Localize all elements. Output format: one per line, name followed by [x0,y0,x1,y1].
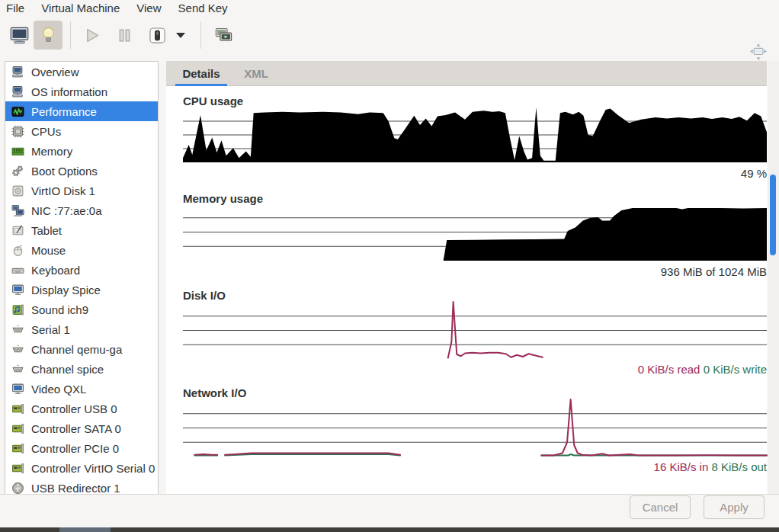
tab-bar: Details XML [166,61,767,86]
pause-icon [114,25,135,46]
sidebar-item-memory[interactable]: Memory [5,141,158,161]
tablet-icon [11,224,24,237]
sidebar-item-performance[interactable]: Performance [5,101,158,121]
network-icon [11,204,24,217]
usb-icon [11,482,24,495]
sidebar-item-label: Controller PCIe 0 [31,442,119,455]
tab-xml[interactable]: XML [239,61,273,86]
sidebar-item-mouse[interactable]: Mouse [5,240,158,260]
sidebar-item-label: Mouse [31,244,66,257]
sidebar-item-overview[interactable]: Overview [5,62,158,82]
apply-button[interactable]: Apply [704,495,765,519]
disk-io-chart [183,302,767,359]
disk-read-value: 0 KiB/s read [638,363,700,376]
pci-card-icon [11,462,24,475]
sidebar-item-cpus[interactable]: CPUs [5,121,158,141]
cpu-icon [11,125,24,138]
dual-display-icon [213,25,234,46]
menu-virtual-machine[interactable]: Virtual Machine [33,0,128,17]
sidebar-item-controller-virtio-serial[interactable]: Controller VirtIO Serial 0 [5,458,158,478]
sidebar-item-channel-qemu-ga[interactable]: Channel qemu-ga [5,339,158,359]
sidebar-item-label: VirtIO Disk 1 [31,184,95,197]
display-icon [11,284,24,296]
sidebar-item-usb-redirector[interactable]: USB Redirector 1 [5,478,158,495]
sidebar-item-label: OS information [31,85,107,98]
sidebar-item-os-information[interactable]: OS information [5,82,158,101]
sidebar-item-label: Controller USB 0 [31,402,117,415]
console-button[interactable] [5,21,34,50]
tab-details[interactable]: Details [174,61,229,86]
shutdown-menu-button[interactable] [172,21,190,50]
sidebar-item-label: Channel spice [31,363,104,376]
sidebar-item-label: Channel qemu-ga [31,343,122,356]
menu-send-key[interactable]: Send Key [170,0,236,17]
hardware-list: Overview OS information Performance CPUs… [5,61,159,495]
shutdown-button[interactable] [143,21,172,50]
toolbar-separator [200,21,201,49]
run-play-icon [82,25,102,46]
menu-bar: File Virtual Machine View Send Key [0,0,779,17]
display-icon [11,383,24,396]
sidebar-item-nic[interactable]: NIC :77:ae:0a [5,200,158,220]
scrollbar-thumb[interactable] [770,175,776,255]
network-io-title: Network I/O [183,386,246,399]
sound-card-icon [11,303,24,316]
shutdown-menu-arrow-icon [176,33,185,38]
sidebar-item-serial[interactable]: Serial 1 [5,319,158,339]
sidebar-item-sound[interactable]: Sound ich9 [5,300,158,319]
computer-icon [11,66,24,79]
disk-io-value: 0 KiB/s read 0 KiB/s write [183,363,767,376]
computer-icon [11,85,24,98]
disk-icon [11,184,24,197]
sidebar-item-label: Boot Options [31,165,98,178]
keyboard-icon [11,264,24,277]
sidebar-item-label: NIC :77:ae:0a [31,204,102,217]
serial-port-icon [11,363,24,376]
network-out-value: 8 KiB/s out [711,460,767,473]
console-monitor-icon [9,25,30,46]
sidebar-item-video-qxl[interactable]: Video QXL [5,379,158,399]
sidebar-item-keyboard[interactable]: Keyboard [5,260,158,280]
disk-io-title: Disk I/O [183,289,226,302]
memory-usage-chart [183,204,767,261]
sidebar-item-label: Display Spice [31,284,101,296]
lightbulb-details-icon [38,25,59,46]
sidebar-item-label: CPUs [31,125,61,138]
cpu-usage-value: 49 % [183,167,767,180]
toolbar [0,17,779,53]
display-console-button[interactable] [209,21,238,50]
sidebar-item-virtio-disk[interactable]: VirtIO Disk 1 [5,181,158,200]
details-pane: Details XML CPU usage 49 % Memory usage … [166,61,767,494]
sidebar-item-label: Controller SATA 0 [31,422,121,435]
cancel-button[interactable]: Cancel [630,495,691,519]
menu-view[interactable]: View [128,0,169,17]
sidebar-item-boot-options[interactable]: Boot Options [5,161,158,181]
pci-card-icon [11,402,24,415]
sidebar-item-label: Tablet [31,224,62,237]
serial-port-icon [11,323,24,336]
pause-button[interactable] [110,21,139,50]
cpu-usage-title: CPU usage [183,95,243,107]
network-io-chart [183,399,767,457]
window-bottom-edge-highlight [59,527,111,532]
sidebar-item-label: Overview [31,66,79,79]
virt-manager-window: File Virtual Machine View Send Key [0,0,779,532]
sidebar-item-label: Video QXL [31,383,86,396]
sidebar-item-label: Controller VirtIO Serial 0 [31,462,155,475]
sidebar-item-label: Keyboard [31,264,80,277]
sidebar-item-label: Serial 1 [31,323,70,336]
sidebar-item-controller-usb[interactable]: Controller USB 0 [5,399,158,418]
sidebar-item-channel-spice[interactable]: Channel spice [5,359,158,379]
run-button[interactable] [77,21,106,50]
show-details-button[interactable] [34,21,63,50]
sidebar-item-display-spice[interactable]: Display Spice [5,280,158,300]
serial-port-icon [11,343,24,356]
sidebar-item-controller-sata[interactable]: Controller SATA 0 [5,418,158,438]
sidebar-item-controller-pcie[interactable]: Controller PCIe 0 [5,438,158,458]
mouse-icon [11,244,24,257]
pci-card-icon [11,422,24,435]
scrollbar-track[interactable] [768,61,779,494]
cpu-usage-chart [183,107,767,162]
menu-file[interactable]: File [6,0,33,17]
sidebar-item-tablet[interactable]: Tablet [5,220,158,240]
